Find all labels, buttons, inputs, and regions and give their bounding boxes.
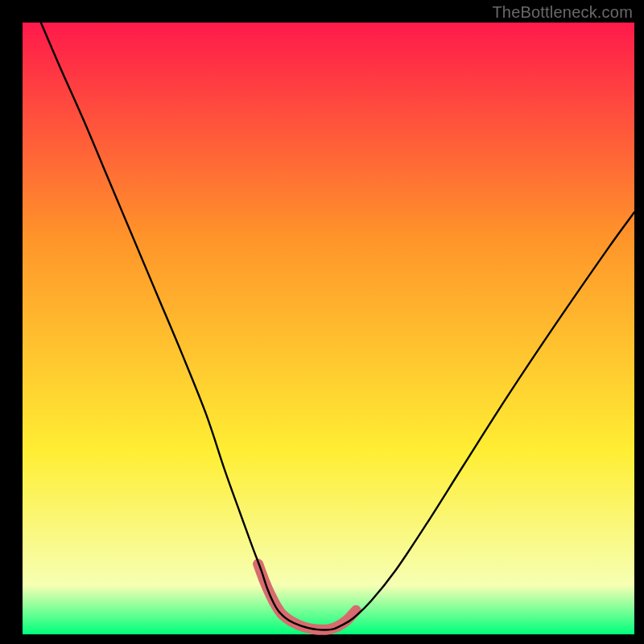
plot-background (23, 23, 634, 634)
chart-frame: { "watermark": "TheBottleneck.com", "cha… (0, 0, 644, 644)
watermark-text: TheBottleneck.com (492, 3, 633, 22)
chart-svg (0, 0, 644, 644)
